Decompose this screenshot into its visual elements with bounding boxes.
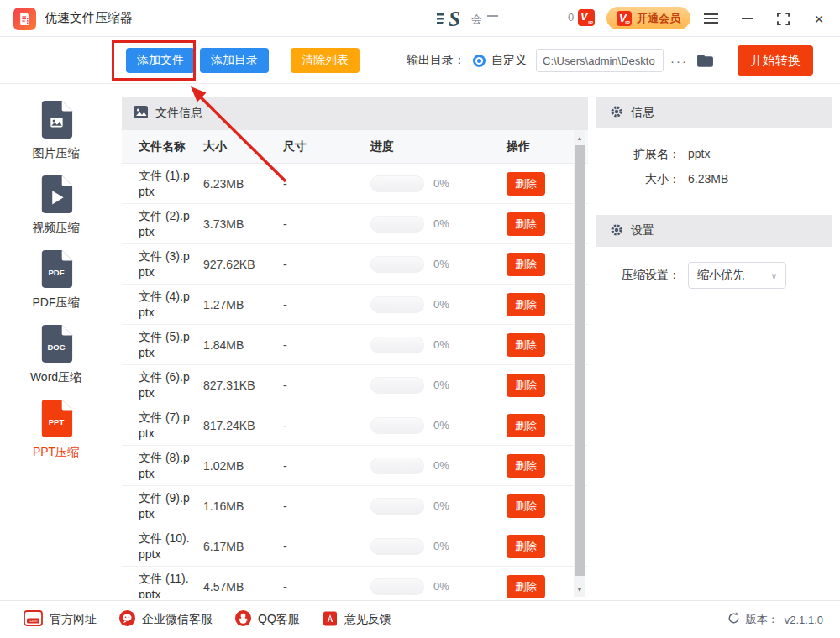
scrollbar-up-icon[interactable]: ▲ [574, 132, 585, 144]
delete-button[interactable]: 删除 [507, 454, 545, 478]
progress-percent: 0% [433, 258, 449, 270]
refresh-icon[interactable] [727, 612, 740, 627]
table-scrollbar[interactable]: ▲ ▼ [574, 130, 585, 597]
add-folder-button[interactable]: 添加目录 [200, 48, 269, 73]
file-name-cell: 文件 (8).pptx [122, 450, 203, 482]
table-row: 文件 (3).pptx 927.62KB - 0% 删除 [122, 244, 588, 285]
progress-bar [370, 175, 424, 192]
progress-bar [370, 578, 424, 595]
file-name-cell: 文件 (10).pptx [122, 531, 203, 562]
settings-section-header: 设置 [596, 215, 832, 247]
start-convert-button[interactable]: 开始转换 [738, 45, 813, 76]
footer-link-wechat-support[interactable]: 企业微信客服 [119, 610, 213, 629]
delete-button[interactable]: 删除 [507, 293, 545, 316]
table-row: 文件 (2).pptx 3.73MB - 0% 删除 [122, 204, 588, 244]
file-name-cell: 文件 (11).pptx [122, 571, 203, 599]
file-name-cell: 文件 (6).pptx [122, 369, 203, 401]
compress-mode-select[interactable]: 缩小优先 ∨ [688, 262, 786, 289]
delete-button[interactable]: 删除 [507, 535, 545, 558]
sidebar-item-ppt-compress[interactable]: PPT PPT压缩 [0, 399, 112, 460]
titlebar: 优速文件压缩器 S 会 0 VIP VIP 开通会员 × [0, 0, 840, 37]
file-dimension-cell: - [283, 379, 370, 392]
ext-label: 扩展名： [596, 141, 680, 166]
progress-bar [370, 498, 424, 515]
delete-button[interactable]: 删除 [507, 253, 545, 276]
file-size-cell: 1.27MB [203, 298, 283, 311]
scrollbar-down-icon[interactable]: ▼ [574, 583, 585, 595]
table-row: 文件 (10).pptx 6.17MB - 0% 删除 [122, 526, 588, 567]
size-value: 6.23MB [688, 166, 728, 191]
progress-cell: 0% [370, 498, 496, 515]
delete-button[interactable]: 删除 [507, 212, 545, 236]
clear-list-button[interactable]: 清除列表 [291, 48, 360, 73]
footer: .com 官方网址 企业微信客服 QQ客服 [0, 600, 840, 638]
close-icon[interactable]: × [811, 11, 827, 26]
custom-radio[interactable] [473, 55, 486, 67]
open-vip-label: 开通会员 [637, 11, 680, 26]
progress-bar [370, 417, 424, 434]
col-size: 大小 [203, 139, 283, 154]
scrollbar-thumb[interactable] [575, 145, 585, 576]
file-size-cell: 927.62KB [203, 258, 283, 271]
file-name-cell: 文件 (9).pptx [122, 490, 203, 522]
file-dimension-cell: - [283, 217, 370, 231]
video-file-icon [39, 175, 74, 216]
add-file-button[interactable]: 添加文件 [126, 48, 195, 73]
menu-icon[interactable] [703, 11, 718, 26]
sidebar-item-video-compress[interactable]: 视频压缩 [0, 175, 112, 236]
delete-button[interactable]: 删除 [507, 374, 545, 397]
compress-setting-row: 压缩设置： 缩小优先 ∨ [596, 247, 832, 289]
sidebar-item-word-compress[interactable]: DOC Word压缩 [0, 324, 112, 385]
file-dimension-cell: - [283, 580, 370, 594]
file-table-body: 文件 (1).pptx 6.23MB - 0% 删除 文件 (2).pptx 3… [122, 164, 588, 598]
gear-icon [610, 105, 623, 121]
footer-link-website[interactable]: .com 官方网址 [24, 610, 97, 629]
sidebar-item-label: 视频压缩 [33, 221, 80, 236]
file-dimension-cell: - [283, 298, 370, 311]
file-dimension-cell: - [283, 540, 370, 553]
footer-link-feedback[interactable]: 意见反馈 [323, 611, 391, 629]
folder-icon[interactable] [696, 54, 714, 68]
delete-button[interactable]: 删除 [507, 575, 545, 599]
progress-bar [370, 538, 424, 555]
progress-cell: 0% [370, 458, 496, 474]
compress-mode-value: 缩小优先 [697, 268, 744, 283]
feedback-icon [323, 611, 338, 629]
qq-icon [235, 610, 251, 629]
file-size-cell: 3.73MB [203, 217, 283, 231]
sidebar-item-pdf-compress[interactable]: PDF PDF压缩 [0, 249, 112, 311]
wechat-icon [119, 610, 135, 629]
file-size-cell: 6.23MB [203, 177, 283, 191]
more-options-button[interactable]: ··· [670, 54, 688, 68]
maximize-icon[interactable] [775, 11, 790, 26]
col-file-name: 文件名称 [122, 139, 203, 154]
table-row: 文件 (4).pptx 1.27MB - 0% 删除 [122, 285, 588, 325]
vip-badge-icon: VIP [617, 11, 632, 26]
sidebar: 图片压缩 视频压缩 PDF PDF压缩 DOC [0, 85, 112, 599]
progress-percent: 0% [433, 580, 449, 593]
file-dimension-cell: - [283, 459, 370, 473]
delete-button[interactable]: 删除 [507, 333, 545, 357]
progress-percent: 0% [433, 298, 449, 311]
delete-button[interactable]: 删除 [507, 494, 545, 518]
file-size-cell: 827.31KB [203, 379, 283, 392]
open-vip-button[interactable]: VIP 开通会员 [606, 7, 690, 29]
vip-badge-icon: VIP [578, 9, 595, 26]
version-label: 版本： [746, 612, 779, 627]
progress-percent: 0% [433, 177, 449, 190]
sidebar-item-image-compress[interactable]: 图片压缩 [0, 100, 112, 161]
chevron-down-icon: ∨ [771, 271, 777, 280]
file-name-cell: 文件 (7).pptx [122, 410, 203, 442]
footer-link-label: 企业微信客服 [142, 612, 213, 627]
file-panel-title: 文件信息 [155, 106, 202, 121]
delete-button[interactable]: 删除 [507, 172, 545, 196]
delete-button[interactable]: 删除 [507, 414, 545, 437]
footer-link-qq-support[interactable]: QQ客服 [235, 610, 300, 629]
ppt-file-icon: PPT [39, 399, 74, 440]
size-label: 大小： [596, 166, 680, 191]
output-path-input[interactable] [536, 49, 664, 72]
progress-bar [370, 337, 424, 353]
progress-bar [370, 256, 424, 273]
svg-text:PPT: PPT [48, 417, 64, 426]
minimize-icon[interactable] [739, 11, 754, 26]
